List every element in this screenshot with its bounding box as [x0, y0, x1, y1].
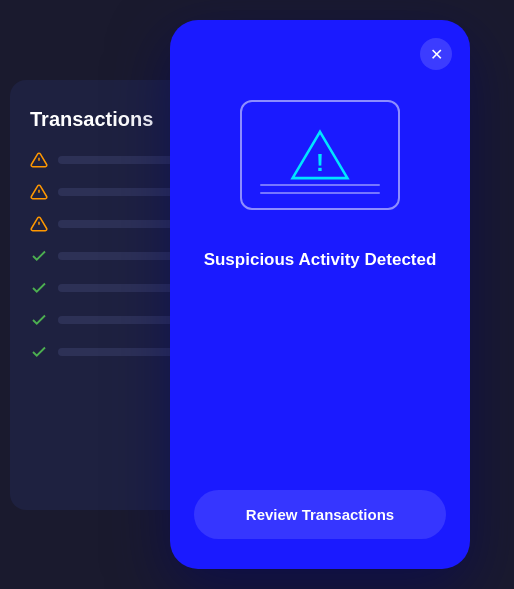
scene: Transactions [0, 0, 514, 589]
check-icon [30, 279, 48, 297]
transaction-row [30, 151, 190, 169]
card-icon: ! [240, 100, 400, 210]
transaction-row [30, 215, 190, 233]
check-icon [30, 343, 48, 361]
modal-icon-area: ! [240, 100, 400, 210]
check-icon [30, 247, 48, 265]
warning-icon [30, 151, 48, 169]
warning-icon [30, 215, 48, 233]
alert-modal: ✕ ! Suspicious Activity Detected Review … [170, 20, 470, 569]
alert-title: Suspicious Activity Detected [204, 250, 437, 270]
transaction-row [30, 311, 190, 329]
transactions-title: Transactions [30, 108, 190, 131]
transaction-row [30, 247, 190, 265]
svg-text:!: ! [316, 149, 324, 176]
review-transactions-button[interactable]: Review Transactions [194, 490, 446, 539]
warning-icon [30, 183, 48, 201]
transaction-row [30, 279, 190, 297]
transaction-row [30, 183, 190, 201]
transaction-row [30, 343, 190, 361]
check-icon [30, 311, 48, 329]
close-button[interactable]: ✕ [420, 38, 452, 70]
warning-triangle-icon: ! [285, 125, 355, 185]
